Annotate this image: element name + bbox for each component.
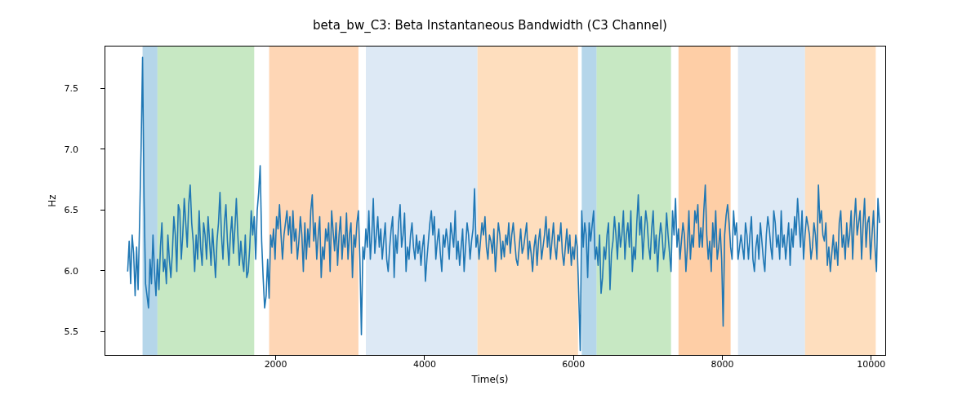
plot-svg — [105, 47, 886, 356]
background-band — [581, 47, 596, 356]
y-tick-label: 6.5 — [29, 205, 78, 215]
y-tick-label: 6.0 — [29, 265, 78, 276]
x-tick-label: 4000 — [413, 359, 436, 370]
background-band — [270, 47, 359, 356]
x-axis-label: Time(s) — [0, 374, 980, 385]
background-band — [597, 47, 671, 356]
background-band — [158, 47, 254, 356]
y-tick-mark — [100, 270, 105, 271]
y-tick-mark — [100, 149, 105, 149]
y-tick-label: 7.0 — [29, 144, 78, 154]
x-tick-label: 8000 — [710, 359, 733, 370]
x-tick-label: 6000 — [562, 359, 585, 370]
background-band — [366, 47, 478, 356]
figure: beta_bw_C3: Beta Instantaneous Bandwidth… — [0, 0, 980, 408]
x-tick-label: 10000 — [857, 359, 885, 370]
background-band — [738, 47, 805, 356]
background-band — [478, 47, 578, 356]
background-band — [143, 47, 158, 356]
x-tick-label: 2000 — [265, 359, 287, 370]
plot-area — [105, 46, 886, 356]
y-tick-label: 7.5 — [29, 83, 78, 94]
y-tick-mark — [100, 331, 105, 332]
chart-title: beta_bw_C3: Beta Instantaneous Bandwidth… — [0, 18, 980, 33]
y-tick-mark — [100, 210, 105, 211]
y-tick-mark — [100, 88, 105, 89]
y-tick-label: 5.5 — [29, 326, 78, 337]
